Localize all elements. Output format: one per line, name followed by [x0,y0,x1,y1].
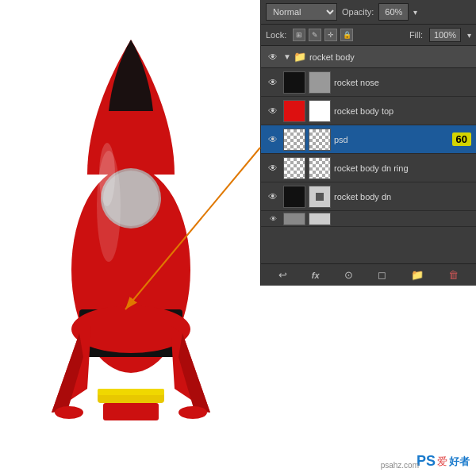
layer-visibility-toggle[interactable]: 👁 [266,190,280,204]
panel-topbar: Normal Opacity: ▾ [261,0,476,25]
fx-icon[interactable]: fx [312,271,320,280]
layer-thumb [283,157,305,179]
layer-visibility-toggle[interactable]: 👁 [266,104,280,118]
svg-point-9 [55,406,83,419]
group-visibility-toggle[interactable]: 👁 [266,50,280,64]
lock-all-icon[interactable]: 🔒 [340,29,353,41]
heart-icon: 爱 [437,455,447,469]
lock-checkerboard-icon[interactable]: ⊞ [293,29,305,41]
panel-bottombar: ↩ fx ⊙ ◻ 📁 🗑 [261,263,476,286]
folder-icon: 📁 [294,51,306,63]
lock-brush-icon[interactable]: ✎ [309,29,321,41]
layer-group-header[interactable]: 👁 ▼ 📁 rocket body [261,46,476,68]
layer-name: rocket body top [334,106,471,116]
adjustment-icon[interactable]: ⊙ [344,269,353,281]
group-create-icon[interactable]: 📁 [411,269,424,281]
layer-row[interactable]: 👁 rocket body dn ring [261,154,476,182]
layer-row[interactable]: 👁 rocket body dn [261,182,476,211]
lock-icons: ⊞ ✎ ✛ 🔒 [293,29,353,41]
svg-rect-8 [103,403,159,420]
fill-label: Fill: [409,30,423,40]
layer-name: rocket body dn [334,192,471,202]
layer-mask-thumb [309,129,331,151]
layer-row-partial[interactable]: 👁 [261,211,476,227]
watermark: PS 爱 好者 [416,453,470,470]
link-icon[interactable]: ↩ [278,269,287,281]
layer-name: rocket nose [334,78,471,87]
layer-thumb [283,100,305,122]
svg-point-10 [178,406,207,419]
panel-lockbar: Lock: ⊞ ✎ ✛ 🔒 Fill: ▾ [261,25,476,46]
layer-thumb [283,129,305,151]
layer-visibility-toggle[interactable]: 👁 [266,132,280,147]
layer-thumb [283,213,305,225]
rocket-svg: PSD [44,16,218,460]
canvas-area: PSD [0,0,262,476]
layer-visibility-toggle[interactable]: 👁 [266,212,280,226]
opacity-input[interactable] [378,3,409,21]
lock-move-icon[interactable]: ✛ [324,29,337,41]
layers-panel: Normal Opacity: ▾ Lock: ⊞ ✎ ✛ 🔒 Fill: ▾ … [260,0,476,286]
site-name: 好者 [449,455,470,469]
ps-logo: PS [416,453,436,470]
delete-layer-icon[interactable]: 🗑 [448,269,459,281]
blend-mode-select[interactable]: Normal [266,3,337,21]
layer-visibility-toggle[interactable]: 👁 [266,75,280,90]
layers-list: 👁 rocket nose 👁 rocket body top 👁 psd 60… [261,68,476,227]
layer-name: rocket body dn ring [334,163,471,173]
svg-rect-7 [98,389,164,395]
layer-mask-thumb [309,100,331,122]
svg-point-12 [99,143,115,206]
layer-name: psd [334,135,452,144]
layer-row[interactable]: 👁 rocket body top [261,97,476,125]
layer-row[interactable]: 👁 rocket nose [261,68,476,97]
layer-row-selected[interactable]: 👁 psd 60 [261,125,476,154]
group-chevron-icon[interactable]: ▼ [283,52,291,61]
mask-icon[interactable]: ◻ [378,269,386,281]
site-url: psahz.com [381,461,419,470]
layer-visibility-toggle[interactable]: 👁 [266,161,280,175]
layer-mask-thumb [309,157,331,179]
layer-badge: 60 [452,132,471,146]
opacity-label: Opacity: [342,7,374,17]
layer-mask-thumb [309,71,331,94]
fill-input[interactable] [429,28,461,42]
layer-mask-thumb [309,186,331,208]
layer-thumb [283,71,305,94]
fill-dropdown-arrow[interactable]: ▾ [467,31,471,40]
lock-label: Lock: [266,30,286,40]
layer-mask-thumb [309,213,331,225]
opacity-dropdown-arrow[interactable]: ▾ [413,8,417,17]
group-name: rocket body [309,52,471,62]
layer-thumb [283,186,305,208]
